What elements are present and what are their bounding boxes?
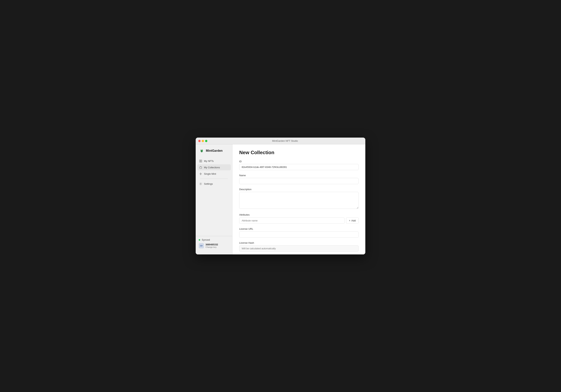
page-title: New Collection xyxy=(239,150,358,156)
collection-icon xyxy=(199,166,202,169)
sidebar-item-settings[interactable]: Settings xyxy=(197,181,231,187)
attributes-field-group: Attributes + Add xyxy=(239,213,358,224)
key-number: 3689485332 xyxy=(205,243,218,246)
license-hash-input xyxy=(239,245,358,252)
logo: MintGarden xyxy=(196,148,232,158)
license-url-field-group: License URL xyxy=(239,227,358,238)
attributes-row: + Add xyxy=(239,217,358,224)
traffic-lights xyxy=(198,140,207,142)
svg-rect-0 xyxy=(199,160,201,161)
sidebar: MintGarden My NFTs xyxy=(196,144,232,254)
key-icon xyxy=(199,243,204,248)
license-url-label: License URL xyxy=(239,227,358,230)
license-hash-field-group: License Hash xyxy=(239,241,358,252)
close-button[interactable] xyxy=(198,140,201,142)
attribute-name-input[interactable] xyxy=(239,217,345,224)
minimize-button[interactable] xyxy=(202,140,204,142)
svg-rect-4 xyxy=(200,167,202,169)
name-field-group: Name xyxy=(239,174,358,184)
title-bar: MintGarden NFT Studio xyxy=(196,138,365,144)
grid-icon xyxy=(199,159,202,162)
sidebar-item-single-mint-label: Single Mint xyxy=(204,172,216,175)
change-key-label[interactable]: Change key xyxy=(205,246,218,248)
svg-rect-2 xyxy=(199,161,201,162)
svg-rect-1 xyxy=(201,160,202,161)
nav-section: My NFTs My Collections xyxy=(196,158,232,236)
sidebar-item-settings-label: Settings xyxy=(204,182,213,185)
key-info: 3689485332 Change key xyxy=(205,243,218,248)
sidebar-item-my-collections[interactable]: My Collections xyxy=(197,164,231,170)
name-input[interactable] xyxy=(239,178,358,184)
svg-point-5 xyxy=(200,183,201,184)
add-plus-icon: + xyxy=(349,219,350,222)
svg-rect-3 xyxy=(201,161,202,162)
name-label: Name xyxy=(239,174,358,177)
license-url-input[interactable] xyxy=(239,232,358,238)
synced-dot xyxy=(199,239,200,241)
sidebar-item-my-nfts-label: My NFTs xyxy=(204,160,214,162)
attributes-label: Attributes xyxy=(239,213,358,216)
gear-icon xyxy=(199,182,202,185)
sidebar-item-single-mint[interactable]: Single Mint xyxy=(197,171,231,177)
maximize-button[interactable] xyxy=(205,140,207,142)
app-window: MintGarden NFT Studio MintGarden xyxy=(196,138,365,254)
synced-row: Synced xyxy=(199,238,229,241)
add-button-label: Add xyxy=(351,219,356,222)
id-field-group: ID xyxy=(239,160,358,170)
description-textarea[interactable] xyxy=(239,192,358,209)
svg-rect-7 xyxy=(201,245,201,246)
key-row: 3689485332 Change key xyxy=(199,243,229,248)
license-hash-label: License Hash xyxy=(239,241,358,244)
synced-text: Synced xyxy=(202,238,210,241)
app-body: MintGarden My NFTs xyxy=(196,144,365,254)
description-field-group: Description xyxy=(239,188,358,210)
description-label: Description xyxy=(239,188,358,191)
logo-text: MintGarden xyxy=(206,149,223,152)
sidebar-item-my-nfts[interactable]: My NFTs xyxy=(197,158,231,164)
add-attribute-button[interactable]: + Add xyxy=(346,217,358,224)
window-title: MintGarden NFT Studio xyxy=(207,139,363,142)
sidebar-bottom: Synced 3689485332 Change key xyxy=(196,236,232,251)
sidebar-item-my-collections-label: My Collections xyxy=(204,166,220,169)
main-content: New Collection ID Name Description Attri… xyxy=(232,144,365,254)
sparkle-icon xyxy=(199,172,202,175)
logo-icon xyxy=(199,148,204,153)
id-input[interactable] xyxy=(239,164,358,170)
id-label: ID xyxy=(239,160,358,163)
